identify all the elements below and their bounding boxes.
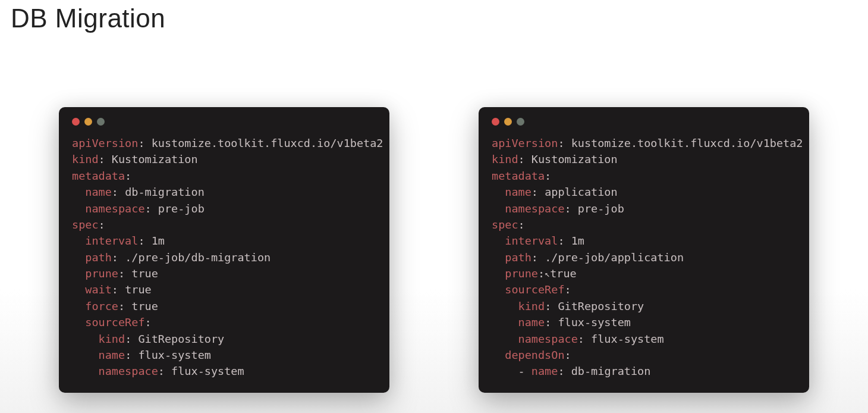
yaml-value: pre-job: [578, 202, 624, 215]
yaml-value: true: [125, 283, 152, 296]
yaml-key: sourceRef: [505, 283, 564, 296]
yaml-key: path: [85, 251, 112, 264]
yaml-value: kustomize.toolkit.fluxcd.io/v1beta2: [571, 137, 803, 149]
yaml-key: name: [99, 349, 125, 361]
yaml-key: name: [532, 365, 558, 377]
yaml-key: namespace: [99, 365, 158, 377]
yaml-value: flux-system: [171, 365, 244, 377]
yaml-value: ./pre-job/application: [545, 251, 684, 264]
code-panels: apiVersion: kustomize.toolkit.fluxcd.io/…: [0, 107, 868, 393]
yaml-key: namespace: [518, 333, 578, 345]
yaml-list-dash: -: [518, 365, 532, 377]
yaml-value: true: [550, 267, 577, 280]
yaml-value: GitRepository: [138, 333, 224, 345]
yaml-value: true: [131, 267, 158, 280]
yaml-key: namespace: [505, 202, 564, 215]
yaml-key: path: [505, 251, 532, 264]
yaml-key: kind: [518, 300, 545, 312]
yaml-key: kind: [99, 333, 125, 345]
yaml-value: flux-system: [558, 316, 631, 328]
yaml-value: flux-system: [591, 333, 664, 345]
window-traffic-lights: [492, 118, 796, 126]
yaml-key: metadata: [492, 170, 545, 182]
yaml-key: metadata: [72, 170, 125, 182]
cursor-icon: ↖: [545, 267, 550, 280]
zoom-icon: [97, 118, 105, 126]
yaml-key: apiVersion: [492, 137, 558, 149]
yaml-key: name: [505, 186, 532, 198]
yaml-key: kind: [492, 153, 518, 165]
yaml-code-right: apiVersion: kustomize.toolkit.fluxcd.io/…: [492, 135, 796, 380]
yaml-key: apiVersion: [72, 137, 138, 149]
yaml-key: spec: [492, 218, 518, 231]
yaml-key: prune: [85, 267, 118, 280]
yaml-key: prune: [505, 267, 538, 280]
yaml-key: wait: [85, 283, 112, 296]
minimize-icon: [84, 118, 92, 126]
yaml-key: name: [518, 316, 545, 328]
code-window-left: apiVersion: kustomize.toolkit.fluxcd.io/…: [59, 107, 389, 393]
zoom-icon: [517, 118, 524, 126]
yaml-key: name: [85, 186, 112, 198]
yaml-key: sourceRef: [85, 316, 144, 328]
yaml-value: kustomize.toolkit.fluxcd.io/v1beta2: [152, 137, 383, 149]
close-icon: [492, 118, 499, 126]
yaml-value: true: [131, 300, 158, 312]
window-traffic-lights: [72, 118, 376, 126]
yaml-key: dependsOn: [505, 349, 564, 361]
yaml-value: Kustomization: [112, 153, 198, 165]
yaml-key: kind: [72, 153, 99, 165]
yaml-value: db-migration: [125, 186, 205, 198]
slide-title: DB Migration: [11, 4, 165, 33]
yaml-value: 1m: [152, 234, 165, 247]
code-window-right: apiVersion: kustomize.toolkit.fluxcd.io/…: [479, 107, 809, 393]
yaml-value: Kustomization: [532, 153, 618, 165]
close-icon: [72, 118, 80, 126]
yaml-value: flux-system: [138, 349, 211, 361]
yaml-value: GitRepository: [558, 300, 644, 312]
minimize-icon: [504, 118, 512, 126]
yaml-key: force: [85, 300, 118, 312]
yaml-key: interval: [505, 234, 558, 247]
yaml-code-left: apiVersion: kustomize.toolkit.fluxcd.io/…: [72, 135, 376, 380]
yaml-value: pre-job: [158, 202, 205, 215]
yaml-key: spec: [72, 218, 99, 231]
yaml-key: interval: [85, 234, 138, 247]
yaml-value: application: [545, 186, 618, 198]
yaml-value: ./pre-job/db-migration: [125, 251, 271, 264]
yaml-value: db-migration: [571, 365, 651, 377]
yaml-key: namespace: [85, 202, 144, 215]
yaml-value: 1m: [571, 234, 584, 247]
